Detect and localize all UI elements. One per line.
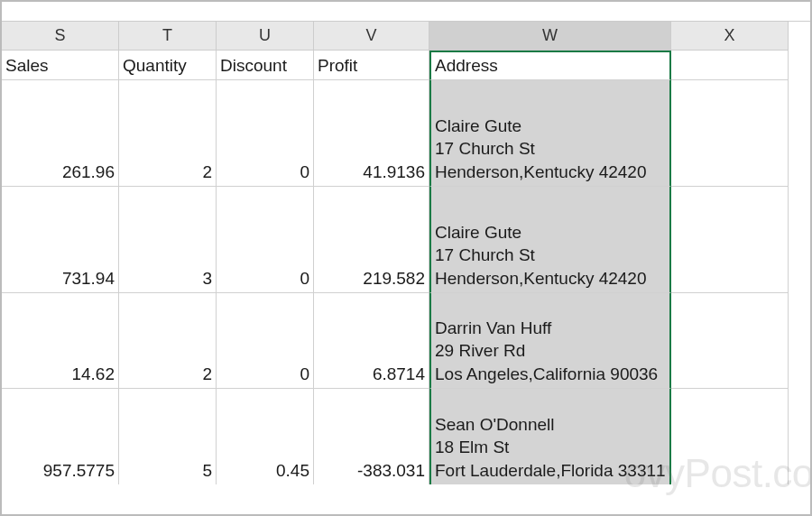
cell-sales[interactable]: 14.62 (2, 293, 119, 389)
cell-quantity[interactable]: 2 (119, 80, 217, 187)
cell-sales[interactable]: 261.96 (2, 80, 119, 187)
cell-empty[interactable] (671, 80, 789, 187)
cell-profit[interactable]: 6.8714 (314, 293, 429, 389)
header-sales[interactable]: Sales (2, 51, 119, 80)
cell-address[interactable]: Claire Gute 17 Church St Henderson,Kentu… (429, 187, 671, 293)
address-text: Darrin Van Huff 29 River Rd Los Angeles,… (435, 317, 666, 386)
cell-quantity[interactable]: 5 (119, 389, 217, 484)
cell-discount[interactable]: 0.45 (217, 389, 314, 484)
col-header-s[interactable]: S (2, 22, 119, 51)
cell-profit[interactable]: 219.582 (314, 187, 429, 293)
cell-quantity[interactable]: 2 (119, 293, 217, 389)
cell-quantity[interactable]: 3 (119, 187, 217, 293)
cell-profit[interactable]: 41.9136 (314, 80, 429, 187)
header-profit[interactable]: Profit (314, 51, 429, 80)
col-header-u[interactable]: U (217, 22, 314, 51)
top-spacer (2, 2, 810, 22)
cell-discount[interactable]: 0 (217, 293, 314, 389)
cell-address[interactable]: Claire Gute 17 Church St Henderson,Kentu… (429, 80, 671, 187)
cell-profit[interactable]: -383.031 (314, 389, 429, 484)
header-empty-x[interactable] (671, 51, 789, 80)
col-header-w[interactable]: W (429, 22, 671, 51)
col-header-t[interactable]: T (119, 22, 217, 51)
address-text: Claire Gute 17 Church St Henderson,Kentu… (435, 91, 666, 184)
address-text: Claire Gute 17 Church St Henderson,Kentu… (435, 198, 666, 290)
cell-address[interactable]: Sean O'Donnell 18 Elm St Fort Lauderdale… (429, 389, 671, 484)
cell-discount[interactable]: 0 (217, 80, 314, 187)
cell-sales[interactable]: 731.94 (2, 187, 119, 293)
cell-empty[interactable] (671, 187, 789, 293)
cell-empty[interactable] (671, 293, 789, 389)
address-text: Sean O'Donnell 18 Elm St Fort Lauderdale… (435, 413, 666, 483)
cell-address[interactable]: Darrin Van Huff 29 River Rd Los Angeles,… (429, 293, 671, 389)
cell-discount[interactable]: 0 (217, 187, 314, 293)
header-quantity[interactable]: Quantity (119, 51, 217, 80)
cell-sales[interactable]: 957.5775 (2, 389, 119, 484)
cell-empty[interactable] (671, 389, 789, 484)
col-header-v[interactable]: V (314, 22, 429, 51)
header-discount[interactable]: Discount (217, 51, 314, 80)
spreadsheet-grid: S T U V W X Sales Quantity Discount Prof… (2, 22, 810, 484)
header-address[interactable]: Address (429, 51, 671, 80)
col-header-x[interactable]: X (671, 22, 789, 51)
